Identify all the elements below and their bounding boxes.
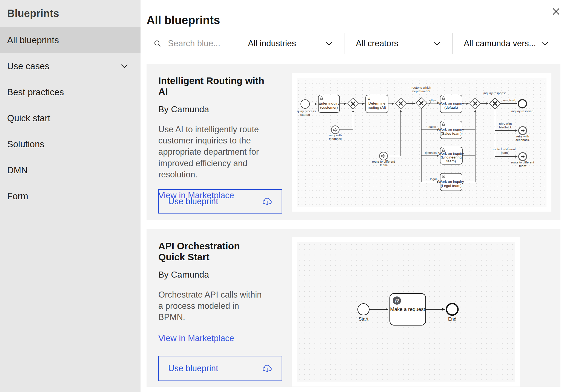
sidebar-item-form[interactable]: Form	[0, 183, 141, 209]
sidebar-item-label: DMN	[7, 165, 28, 175]
svg-text:Enter inquiry: Enter inquiry	[319, 101, 339, 105]
bpmn-canvas: R Start Make a request End	[297, 242, 515, 382]
sidebar: Blueprints All blueprints Use cases Best…	[0, 0, 141, 392]
svg-text:(Sales team): (Sales team)	[441, 131, 462, 136]
use-blueprint-button[interactable]: Use blueprint	[158, 356, 282, 381]
svg-text:Work on inquiry: Work on inquiry	[438, 101, 464, 105]
svg-text:route to which: route to which	[411, 86, 431, 89]
sidebar-title: Blueprints	[0, 0, 141, 27]
svg-text:team): team)	[446, 159, 456, 163]
use-blueprint-label: Use blueprint	[168, 197, 218, 206]
svg-text:team: team	[519, 164, 526, 168]
sidebar-item-use-cases[interactable]: Use cases	[0, 53, 141, 79]
svg-text:inquiry process: inquiry process	[297, 109, 316, 113]
svg-text:route to different: route to different	[493, 148, 516, 151]
ai-gear-icon: ⚙	[367, 97, 371, 101]
svg-text:legal: legal	[430, 177, 437, 181]
svg-text:inquiry resolved: inquiry resolved	[511, 109, 534, 113]
svg-text:Start: Start	[359, 316, 368, 322]
dropdown-label: All industries	[248, 39, 296, 48]
svg-text:feedback: feedback	[516, 138, 529, 142]
card-title: API Orchestration Quick Start	[158, 241, 267, 263]
view-in-marketplace-link[interactable]: View in Marketplace	[158, 333, 234, 343]
svg-text:(customer): (customer)	[320, 105, 338, 109]
svg-text:Work on inquiry: Work on inquiry	[438, 127, 464, 131]
search-input[interactable]	[167, 38, 233, 49]
chevron-down-icon	[325, 42, 333, 46]
svg-text:Work on inquiry: Work on inquiry	[438, 180, 464, 184]
svg-text:team: team	[380, 163, 387, 167]
svg-text:feedback: feedback	[329, 137, 342, 140]
svg-text:Work on inquiry: Work on inquiry	[438, 151, 464, 155]
sidebar-item-label: All blueprints	[7, 35, 59, 45]
search-box	[147, 33, 237, 54]
link-catch-arrow-icon	[333, 128, 386, 158]
rest-connector-icon: R	[393, 296, 401, 305]
bpmn-preview-panel: ⚙ inquiry process started Enter inquiry …	[292, 73, 551, 212]
svg-text:technical: technical	[425, 151, 437, 154]
card-text-column: API Orchestration Quick Start By Camunda…	[158, 241, 267, 343]
creators-dropdown[interactable]: All creators	[345, 33, 453, 54]
cloud-download-icon	[262, 197, 272, 206]
close-icon	[552, 7, 560, 16]
svg-text:route to different: route to different	[372, 160, 395, 163]
dropdown-label: All creators	[356, 39, 398, 48]
svg-text:End: End	[448, 316, 456, 322]
svg-text:Determine: Determine	[368, 101, 385, 105]
svg-text:sales: sales	[429, 125, 436, 128]
svg-text:department?: department?	[413, 90, 430, 93]
svg-text:other: other	[429, 99, 436, 102]
svg-text:feedback: feedback	[499, 126, 512, 129]
filter-bar: All industries All creators All camunda …	[147, 33, 560, 54]
card-title: Intelligent Routing with AI	[158, 75, 267, 97]
sidebar-item-solutions[interactable]: Solutions	[0, 131, 141, 157]
bpmn-diagram-intelligent-routing: ⚙ inquiry process started Enter inquiry …	[297, 78, 546, 207]
sidebar-item-label: Quick start	[7, 113, 50, 123]
blueprints-dialog: Blueprints All blueprints Use cases Best…	[0, 0, 567, 392]
sidebar-item-all-blueprints[interactable]: All blueprints	[0, 27, 141, 53]
bpmn-diagram-api-orchestration: R Start Make a request End	[297, 242, 515, 382]
sidebar-item-label: Form	[7, 191, 28, 201]
svg-text:retry with: retry with	[329, 134, 342, 137]
card-author: By Camunda	[158, 270, 267, 280]
card-description: Orchestrate API calls within a process m…	[158, 289, 267, 323]
svg-text:retry with: retry with	[499, 122, 512, 125]
svg-text:R: R	[395, 298, 399, 304]
use-blueprint-button[interactable]: Use blueprint	[158, 189, 282, 214]
svg-text:started: started	[300, 113, 310, 116]
svg-text:inquiry response: inquiry response	[483, 91, 506, 95]
sidebar-item-label: Best practices	[7, 87, 64, 97]
svg-text:route to different: route to different	[511, 161, 534, 164]
card-description: Use AI to intelligently route customer i…	[158, 124, 267, 180]
use-blueprint-label: Use blueprint	[168, 364, 218, 373]
sidebar-item-dmn[interactable]: DMN	[0, 157, 141, 183]
industries-dropdown[interactable]: All industries	[237, 33, 345, 54]
svg-text:(Legal team): (Legal team)	[441, 184, 462, 188]
dropdown-label: All camunda vers...	[464, 39, 536, 48]
cloud-download-icon	[262, 364, 272, 373]
camunda-version-dropdown[interactable]: All camunda vers...	[453, 33, 560, 54]
svg-text:(default): (default)	[444, 105, 458, 109]
chevron-down-icon	[121, 64, 128, 68]
svg-text:team: team	[501, 151, 508, 154]
sidebar-item-label: Use cases	[7, 61, 49, 71]
sidebar-item-quick-start[interactable]: Quick start	[0, 105, 141, 131]
blueprint-card-intelligent-routing: Intelligent Routing with AI By Camunda U…	[147, 64, 560, 220]
svg-text:Make a request: Make a request	[390, 306, 425, 312]
sidebar-item-label: Solutions	[7, 139, 44, 149]
svg-text:retry with: retry with	[516, 135, 529, 138]
bpmn-canvas: ⚙ inquiry process started Enter inquiry …	[297, 78, 546, 207]
chevron-down-icon	[541, 42, 548, 46]
svg-text:routing (AI): routing (AI)	[368, 105, 386, 109]
blueprint-card-api-orchestration: API Orchestration Quick Start By Camunda…	[147, 229, 560, 387]
chevron-down-icon	[433, 42, 440, 46]
svg-text:resolved: resolved	[503, 99, 515, 102]
card-text-column: Intelligent Routing with AI By Camunda U…	[158, 75, 267, 200]
card-author: By Camunda	[158, 104, 267, 114]
svg-text:(Engineering: (Engineering	[441, 155, 462, 159]
search-icon	[154, 40, 161, 47]
bpmn-preview-panel: R Start Make a request End	[292, 237, 520, 387]
page-title: All blueprints	[147, 14, 220, 27]
close-button[interactable]	[550, 5, 562, 18]
sidebar-item-best-practices[interactable]: Best practices	[0, 79, 141, 105]
